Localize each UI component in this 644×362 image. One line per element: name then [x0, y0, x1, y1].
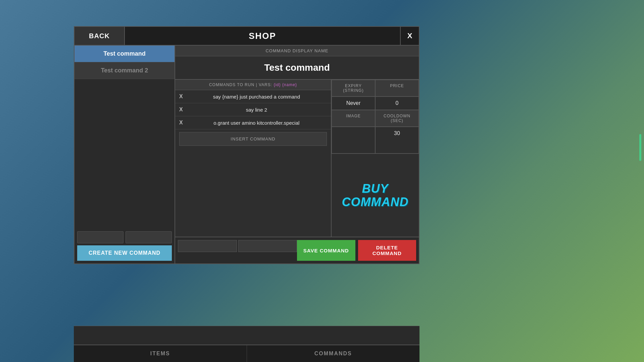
sidebar-item-test-command[interactable]: Test command	[75, 46, 175, 62]
modal-header: BACK SHOP X	[75, 27, 419, 46]
back-button[interactable]: BACK	[75, 27, 125, 45]
placeholder-boxes	[178, 240, 297, 261]
content-grid: COMMANDS TO RUN | VARS: {id} {name} X sa…	[175, 80, 419, 237]
command-name-display: Test command	[175, 56, 419, 80]
image-header: IMAGE	[332, 110, 375, 127]
commands-header: COMMANDS TO RUN | VARS: {id} {name}	[175, 80, 331, 90]
image-area	[332, 127, 375, 154]
cooldown-header: COOLDOWN (SEC)	[375, 110, 419, 127]
sidebar-item-test-command-2[interactable]: Test command 2	[75, 62, 175, 79]
commands-section: COMMANDS TO RUN | VARS: {id} {name} X sa…	[175, 80, 332, 237]
tab-commands[interactable]: COMMANDS	[247, 345, 420, 362]
command-remove-2[interactable]: X	[179, 107, 183, 113]
sidebar-placeholder-box-1	[77, 231, 123, 243]
command-row-2: X say line 2	[175, 103, 331, 116]
command-remove-1[interactable]: X	[179, 94, 183, 100]
price-value: 0	[375, 97, 419, 110]
price-header: PRICE	[375, 80, 419, 97]
modal-container: BACK SHOP X Test command Test command 2 …	[74, 26, 419, 264]
sidebar-placeholder-box-2	[126, 231, 172, 243]
sidebar-bottom: CREATE NEW COMMAND	[75, 229, 175, 263]
command-display-name-header: COMMAND DISPLAY NAME	[175, 46, 419, 56]
sidebar: Test command Test command 2 CREATE NEW C…	[75, 46, 175, 263]
command-text-2: say line 2	[186, 107, 327, 113]
buy-command-button[interactable]: BUY COMMAND	[338, 182, 412, 208]
command-row-3: X o.grant user amino kitcontroller.speci…	[175, 116, 331, 129]
placeholder-box-main-1	[178, 240, 237, 252]
commands-to-run-label: COMMANDS TO RUN | VARS:	[209, 82, 272, 87]
insert-command-button[interactable]: INSERT COMMAND	[179, 132, 327, 146]
footer-bar	[74, 326, 419, 345]
right-grid: EXPIRY (STRING) PRICE Never 0 IMAGE COOL…	[332, 80, 419, 154]
save-command-button[interactable]: SAVE COMMAND	[297, 240, 355, 261]
main-bottom: SAVE COMMAND DELETE COMMAND	[175, 237, 419, 263]
create-new-button[interactable]: CREATE NEW COMMAND	[77, 245, 172, 261]
sidebar-placeholder-row	[77, 231, 172, 243]
right-panel: EXPIRY (STRING) PRICE Never 0 IMAGE COOL…	[332, 80, 419, 237]
delete-command-button[interactable]: DELETE COMMAND	[358, 240, 416, 261]
scrollbar-indicator[interactable]	[639, 134, 641, 161]
modal-body: Test command Test command 2 CREATE NEW C…	[75, 46, 419, 263]
expiry-value: Never	[332, 97, 375, 110]
buy-command-area: BUY COMMAND	[332, 154, 419, 237]
placeholder-box-main-2	[238, 240, 297, 252]
command-remove-3[interactable]: X	[179, 120, 183, 126]
command-row-1: X say {name} just purchased a command	[175, 90, 331, 103]
cooldown-value: 30	[375, 127, 419, 154]
sidebar-spacer	[75, 79, 175, 229]
close-button[interactable]: X	[400, 27, 419, 45]
command-text-1: say {name} just purchased a command	[186, 94, 327, 100]
bottom-tabs: ITEMS COMMANDS	[74, 345, 419, 362]
command-text-3: o.grant user amino kitcontroller.special	[186, 120, 327, 126]
main-content: COMMAND DISPLAY NAME Test command COMMAN…	[175, 46, 419, 263]
vars-highlight: {id} {name}	[274, 82, 297, 87]
tab-items[interactable]: ITEMS	[74, 345, 247, 362]
action-buttons: SAVE COMMAND DELETE COMMAND	[297, 240, 416, 261]
shop-title: SHOP	[125, 31, 400, 41]
expiry-header: EXPIRY (STRING)	[332, 80, 375, 97]
